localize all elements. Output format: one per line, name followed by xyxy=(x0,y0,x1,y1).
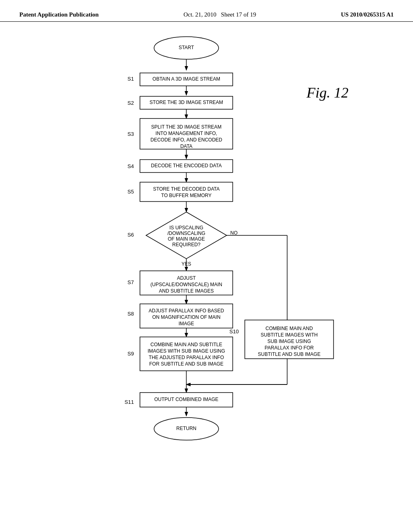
step-s10-label: S10 xyxy=(229,328,239,335)
step-s11-label: S11 xyxy=(125,399,134,405)
publication-label: Patent Application Publication xyxy=(19,11,99,18)
s3-text-2: INTO MANAGEMENT INFO, xyxy=(156,131,217,136)
no-label: NO xyxy=(230,230,238,236)
page-header: Patent Application Publication Oct. 21, … xyxy=(0,0,413,22)
flowchart-diagram: Fig. 12 .box { fill: white; stroke: blac… xyxy=(0,22,413,513)
s6-text-3: OF MAIN IMAGE xyxy=(168,236,205,242)
s7-text-3: AND SUBTITLE IMAGES xyxy=(159,288,214,294)
s8-text-2: ON MAGNIFICATION OF MAIN xyxy=(152,314,220,320)
step-s7-label: S7 xyxy=(127,279,134,285)
s11-text: OUTPUT COMBINED IMAGE xyxy=(154,397,218,402)
step-s2-label: S2 xyxy=(127,100,134,106)
s10-text-2: SUBTITLE IMAGES WITH xyxy=(261,332,317,338)
s3-text-4: DATA xyxy=(180,143,192,149)
step-s5-label: S5 xyxy=(127,189,134,195)
step-s4-label: S4 xyxy=(127,163,134,169)
s4-text: DECODE THE ENCODED DATA xyxy=(151,163,221,168)
s9-text-1: COMBINE MAIN AND SUBTITLE xyxy=(150,342,222,347)
header-date-sheet: Oct. 21, 2010 Sheet 17 of 19 xyxy=(184,11,256,18)
s7-text-2: (UPSCALE/DOWNSCALE) MAIN xyxy=(150,282,222,287)
s3-text-3: DECODE INFO, AND ENCODED xyxy=(150,137,222,143)
s1-text: OBTAIN A 3D IMAGE STREAM xyxy=(152,76,220,82)
s6-text-4: REQUIRED? xyxy=(172,242,200,247)
s5-text-2: TO BUFFER MEMORY xyxy=(161,193,212,198)
s10-text-1: COMBINE MAIN AND xyxy=(265,326,313,331)
s8-text-1: ADJUST PARALLAX INFO BASED xyxy=(149,308,224,314)
s9-text-4: FOR SUBTITLE AND SUB IMAGE xyxy=(149,361,223,367)
step-s6-label: S6 xyxy=(127,232,134,238)
return-label: RETURN xyxy=(176,426,196,431)
s2-text: STORE THE 3D IMAGE STREAM xyxy=(150,100,223,105)
s10-text-4: PARALLAX INFO FOR xyxy=(265,345,314,351)
s6-text-1: IS UPSCALING xyxy=(169,225,203,231)
flowchart-svg: .box { fill: white; stroke: black; strok… xyxy=(65,30,348,513)
step-s3-label: S3 xyxy=(127,131,134,137)
s9-text-2: IMAGES WITH SUB IMAGE USING xyxy=(148,348,225,354)
step-s1-label: S1 xyxy=(127,76,134,82)
s9-text-3: THE ADJUSTED PARALLAX INFO xyxy=(149,355,224,360)
s7-text-1: ADJUST xyxy=(177,275,196,281)
start-label: START xyxy=(179,45,194,50)
figure-label: Fig. 12 xyxy=(307,84,348,101)
step-s8-label: S8 xyxy=(127,311,134,317)
s10-text-5: SUBTITLE AND SUB IMAGE xyxy=(258,351,320,357)
step-s9-label: S9 xyxy=(127,351,134,357)
patent-number: US 2010/0265315 A1 xyxy=(341,11,394,18)
s3-text-1: SPLIT THE 3D IMAGE STREAM xyxy=(151,124,221,130)
s5-text-1: STORE THE DECODED DATA xyxy=(153,186,219,192)
s10-text-3: SUB IMAGE USING xyxy=(267,339,311,344)
s8-text-3: IMAGE xyxy=(179,321,194,326)
s6-text-2: /DOWNSCALING xyxy=(167,231,205,236)
